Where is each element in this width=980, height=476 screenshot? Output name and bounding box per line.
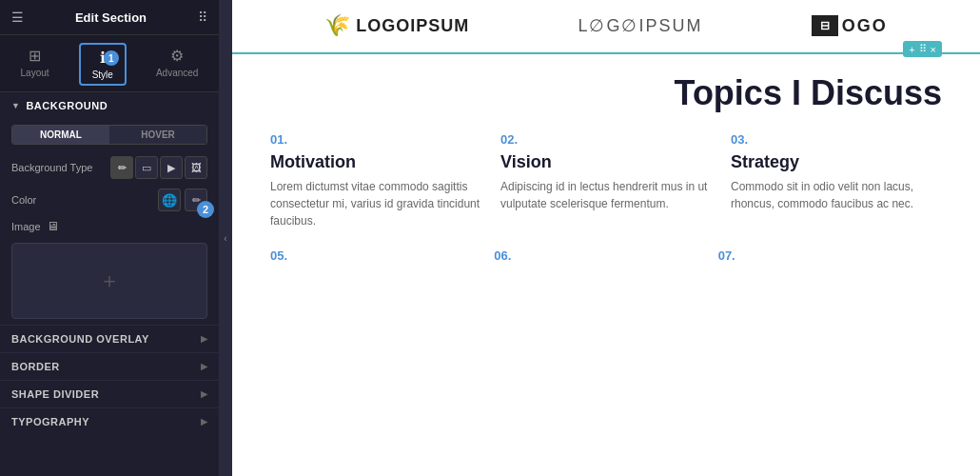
bottom-num-1: 05.: [270, 248, 494, 263]
topic-desc-2: Adipiscing id in lectus hendrerit mus in…: [500, 178, 712, 212]
typography-label: Typography: [11, 416, 89, 427]
typography-section[interactable]: Typography ▶: [0, 407, 219, 435]
bg-overlay-section[interactable]: Background Overlay ▶: [0, 325, 219, 352]
type-gradient-icon[interactable]: 🖼: [185, 156, 207, 179]
topic-item-2: 02. Vision Adipiscing id in lectus hendr…: [500, 132, 712, 229]
normal-hover-toggle: NORMAL HOVER: [11, 125, 207, 145]
type-icons: ✏ ▭ ▶ 🖼: [110, 156, 207, 179]
tab-layout-label: Layout: [21, 68, 49, 78]
topic-desc-3: Commodo sit in odio velit non lacus, rho…: [731, 178, 942, 212]
badge-2: 2: [197, 201, 214, 218]
topic-title-1: Motivation: [270, 152, 481, 172]
advanced-icon: ⚙: [170, 47, 184, 65]
section-controls: + ⠿ ×: [903, 41, 942, 57]
layout-icon: ⊞: [29, 47, 41, 65]
hover-toggle-btn[interactable]: HOVER: [109, 126, 206, 144]
logo-bar: 🌾 LOGOIPSUM L∅G∅IPSUM ⊟ OGO: [232, 0, 980, 52]
logo1: 🌾 LOGOIPSUM: [324, 13, 469, 38]
border-section[interactable]: Border ▶: [0, 352, 219, 380]
arrow-down-icon: ▼: [11, 101, 20, 110]
topic-num-1: 01.: [270, 132, 481, 147]
logo2-text: L∅G∅IPSUM: [578, 15, 702, 36]
bg-overlay-arrow: ▶: [201, 334, 208, 344]
color-label: Color: [11, 194, 36, 206]
background-type-label: Background Type: [11, 162, 92, 173]
color-globe-btn[interactable]: 🌐: [158, 188, 181, 211]
topic-title-3: Strategy: [731, 152, 942, 172]
border-label: Border: [11, 361, 60, 372]
main-content: Topics I Discuss 01. Motivation Lorem di…: [232, 54, 980, 282]
upload-plus-icon: ＋: [99, 267, 120, 295]
bottom-num-2: 06.: [494, 248, 717, 263]
type-video-icon[interactable]: ▶: [160, 156, 183, 179]
topic-item-3: 03. Strategy Commodo sit in odio velit n…: [731, 132, 942, 229]
topics-section: + ⠿ × Topics I Discuss 01. Motivation Lo…: [232, 52, 980, 282]
wheat-icon: 🌾: [324, 13, 350, 38]
logo3-text: OGO: [842, 16, 888, 36]
type-image-icon[interactable]: ▭: [135, 156, 158, 179]
panel-header: ☰ Edit Section ⠿: [0, 0, 219, 35]
bg-overlay-label: Background Overlay: [11, 333, 149, 345]
normal-toggle-btn[interactable]: NORMAL: [12, 126, 109, 144]
section-close-btn[interactable]: ×: [931, 44, 936, 55]
section-grid-btn[interactable]: ⠿: [919, 43, 927, 55]
topic-num-2: 02.: [500, 132, 712, 147]
logo3: ⊟ OGO: [812, 15, 888, 36]
image-upload-box[interactable]: ＋: [11, 243, 207, 319]
topic-item-1: 01. Motivation Lorem dictumst vitae comm…: [270, 132, 481, 229]
typography-arrow: ▶: [201, 417, 208, 426]
monitor-icon: 🖥: [47, 219, 59, 233]
tab-advanced[interactable]: ⚙ Advanced: [145, 43, 209, 86]
background-section-label[interactable]: ▼ Background: [0, 92, 219, 119]
hamburger-icon[interactable]: ☰: [11, 10, 24, 25]
header-icons: ⠿: [198, 10, 207, 25]
main-title: Topics I Discuss: [270, 73, 942, 113]
bottom-nums: 05. 06. 07.: [270, 239, 942, 263]
logo1-text: LOGOIPSUM: [356, 16, 469, 36]
shape-divider-section[interactable]: Shape Divider ▶: [0, 380, 219, 407]
color-row: Color 🌐 ✏ 2: [0, 185, 219, 215]
topic-desc-1: Lorem dictumst vitae commodo sagittis co…: [270, 178, 481, 229]
tab-layout[interactable]: ⊞ Layout: [10, 43, 61, 86]
shape-divider-arrow: ▶: [201, 389, 208, 399]
grid-icon[interactable]: ⠿: [198, 10, 207, 25]
logo3-square: ⊟: [812, 15, 838, 36]
topic-num-3: 03.: [731, 132, 942, 147]
image-label: Image: [11, 221, 41, 232]
border-arrow: ▶: [201, 362, 208, 371]
tab-style[interactable]: ℹ Style 1: [79, 43, 127, 86]
image-row: Image 🖥: [0, 215, 219, 237]
right-content: 🌾 LOGOIPSUM L∅G∅IPSUM ⊟ OGO + ⠿ × Topics…: [232, 0, 980, 476]
topic-title-2: Vision: [500, 152, 712, 172]
shape-divider-label: Shape Divider: [11, 388, 99, 400]
type-pen-icon[interactable]: ✏: [110, 156, 133, 179]
panel-tabs: ⊞ Layout ℹ Style 1 ⚙ Advanced: [0, 35, 219, 92]
topics-grid: 01. Motivation Lorem dictumst vitae comm…: [270, 132, 942, 239]
left-panel: ☰ Edit Section ⠿ ⊞ Layout ℹ Style 1 ⚙ Ad…: [0, 0, 219, 476]
panel-collapse-btn[interactable]: ‹: [219, 0, 232, 476]
bottom-num-3: 07.: [718, 248, 942, 263]
color-controls: 🌐 ✏ 2: [158, 188, 207, 211]
panel-title: Edit Section: [75, 10, 147, 25]
tab-style-label: Style: [92, 69, 113, 80]
tab-advanced-label: Advanced: [156, 68, 198, 78]
background-type-row: Background Type ✏ ▭ ▶ 🖼: [0, 150, 219, 185]
background-label: Background: [26, 100, 108, 111]
color-pencil-btn[interactable]: ✏ 2: [185, 188, 207, 211]
badge-1: 1: [104, 50, 119, 66]
section-plus-btn[interactable]: +: [909, 44, 914, 55]
